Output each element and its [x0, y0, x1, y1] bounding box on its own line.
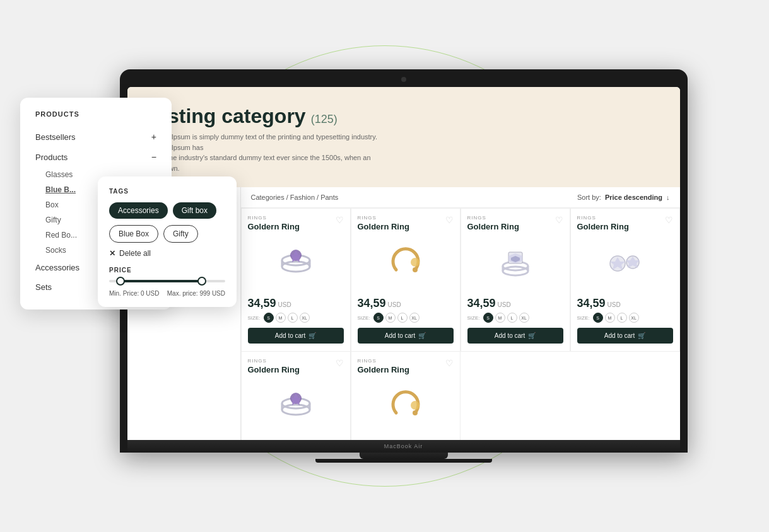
ring-svg: [271, 238, 321, 289]
add-to-cart-button[interactable]: Add to cart 🛒: [248, 328, 344, 344]
tag-giftbox[interactable]: Gift box: [173, 202, 216, 219]
product-name: Goldern Ring: [358, 222, 454, 231]
expand-icon[interactable]: +: [151, 132, 156, 142]
product-name: Goldern Ring: [467, 222, 563, 231]
sort-control[interactable]: Sort by: Price descending ↓: [577, 194, 670, 201]
size-l[interactable]: L: [288, 313, 298, 323]
product-card: RINGS Goldern Ring ♡: [570, 208, 680, 352]
product-category: RINGS: [248, 215, 344, 221]
product-card: RINGS Goldern Ring ♡: [241, 208, 351, 352]
price-labels: Min. Price: 0 USD Max. price: 999 USD: [109, 290, 225, 297]
product-category: RINGS: [248, 358, 344, 364]
price-value: 34,59: [358, 297, 386, 310]
price-value: 34,59: [577, 297, 606, 310]
size-s[interactable]: S: [593, 313, 603, 323]
add-to-cart-button[interactable]: Add to cart 🛒: [467, 328, 563, 344]
price-currency: USD: [388, 301, 401, 308]
size-s[interactable]: S: [373, 313, 384, 323]
sidebar-item-products[interactable]: Products −: [35, 147, 156, 167]
cart-icon: 🛒: [418, 332, 426, 339]
tag-gifty[interactable]: Gifty: [163, 225, 198, 243]
product-name: Goldern Ring: [577, 222, 673, 231]
laptop-base: MacBook Air: [127, 440, 680, 453]
size-s[interactable]: S: [483, 313, 493, 323]
size-l[interactable]: L: [507, 313, 517, 323]
size-xl[interactable]: XL: [519, 313, 529, 323]
product-image: [577, 235, 673, 292]
wishlist-icon[interactable]: ♡: [665, 215, 673, 225]
price-slider-fill: [120, 280, 202, 282]
size-m[interactable]: M: [605, 313, 615, 323]
wishlist-icon[interactable]: ♡: [336, 215, 344, 225]
sidebar-title: PRODUCTS: [35, 110, 156, 118]
product-category: RINGS: [358, 215, 454, 221]
size-selector: SIZE: S M L XL: [248, 313, 344, 323]
price-slider[interactable]: [109, 280, 225, 282]
product-image: [358, 378, 454, 435]
tags-outline-row: Blue Box Gifty: [109, 225, 225, 243]
svg-point-7: [411, 258, 420, 267]
cart-icon: 🛒: [308, 332, 316, 339]
size-label: SIZE:: [577, 315, 590, 321]
wishlist-icon[interactable]: ♡: [445, 215, 454, 225]
laptop-brand: MacBook Air: [384, 443, 423, 449]
tags-title: TAGS: [109, 188, 225, 195]
product-price: 34,59 USD: [467, 297, 563, 310]
product-image: [248, 235, 344, 292]
price-min-label: Min. Price: 0 USD: [109, 290, 159, 297]
product-card: RINGS Goldern Ring ♡: [351, 208, 461, 352]
size-s[interactable]: S: [264, 313, 274, 323]
products-grid: RINGS Goldern Ring ♡: [241, 208, 680, 440]
price-value: 34,59: [467, 297, 496, 310]
sort-bar: Categories / Fashion / Pants Sort by: Pr…: [241, 187, 680, 208]
product-count: (125): [311, 113, 338, 126]
tags-filled-row: Accessories Gift box: [109, 202, 225, 219]
size-selector: SIZE: S M L XL: [577, 313, 673, 323]
size-xl[interactable]: XL: [300, 313, 310, 323]
price-title: PRICE: [109, 267, 225, 274]
product-category: RINGS: [467, 215, 563, 221]
price-value: 34,59: [248, 297, 276, 310]
price-thumb-max[interactable]: [197, 277, 206, 286]
size-m[interactable]: M: [385, 313, 396, 323]
delete-all-button[interactable]: Delete all: [119, 249, 151, 258]
cart-icon: 🛒: [528, 332, 536, 339]
price-currency: USD: [498, 301, 511, 308]
sort-value: Price descending: [605, 194, 662, 201]
svg-point-25: [413, 410, 418, 415]
product-image: [248, 378, 344, 435]
size-l[interactable]: L: [617, 313, 627, 323]
collapse-icon[interactable]: −: [151, 152, 156, 162]
ring-svg: [271, 381, 321, 432]
product-image: [358, 235, 454, 292]
sidebar-item-label: Bestsellers: [35, 132, 76, 142]
ring-svg: [490, 238, 541, 289]
tag-accessories[interactable]: Accessories: [109, 202, 168, 219]
cart-icon: 🛒: [638, 332, 645, 339]
hero-banner: Listing category (125) Lorem Ipsum is si…: [127, 87, 680, 187]
product-price: 34,59 USD: [577, 297, 673, 310]
size-xl[interactable]: XL: [629, 313, 639, 323]
product-category: RINGS: [358, 358, 454, 364]
sort-direction-icon: ↓: [666, 194, 670, 201]
add-to-cart-button[interactable]: Add to cart 🛒: [577, 328, 673, 344]
svg-point-26: [411, 401, 420, 410]
price-thumb-min[interactable]: [116, 277, 125, 286]
size-xl[interactable]: XL: [409, 313, 420, 323]
tag-bluebox[interactable]: Blue Box: [109, 225, 158, 243]
size-label: SIZE:: [467, 315, 480, 321]
sidebar-item-label: Accessories: [35, 263, 79, 272]
size-m[interactable]: M: [276, 313, 286, 323]
product-name: Goldern Ring: [358, 365, 454, 374]
wishlist-icon[interactable]: ♡: [555, 215, 563, 225]
size-l[interactable]: L: [397, 313, 408, 323]
product-price: 34,59 USD: [248, 297, 344, 310]
sidebar-item-bestsellers[interactable]: Bestsellers +: [35, 127, 156, 147]
wishlist-icon[interactable]: ♡: [336, 358, 344, 368]
size-selector: SIZE: S M L XL: [358, 313, 454, 323]
size-m[interactable]: M: [495, 313, 505, 323]
wishlist-icon[interactable]: ♡: [445, 358, 454, 368]
products-area: Categories / Fashion / Pants Sort by: Pr…: [241, 187, 680, 440]
size-label: SIZE:: [358, 315, 370, 321]
add-to-cart-button[interactable]: Add to cart 🛒: [358, 328, 454, 344]
